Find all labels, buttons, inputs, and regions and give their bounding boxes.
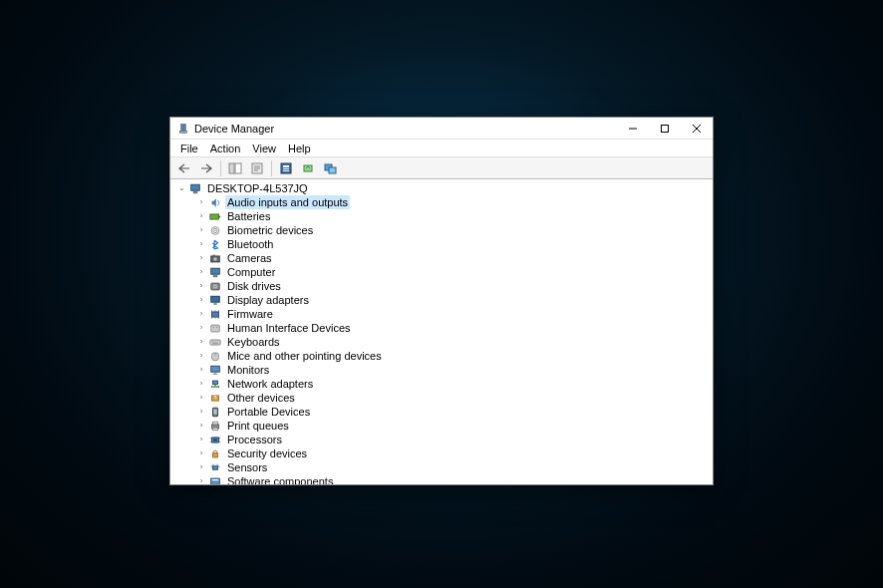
scan-hardware-button[interactable]: [320, 159, 340, 177]
software-icon: [208, 475, 222, 484]
expand-icon[interactable]: ›: [196, 295, 206, 305]
computer-icon: [208, 266, 222, 278]
back-button[interactable]: [174, 159, 194, 177]
menu-action[interactable]: Action: [204, 142, 247, 155]
tree-item-label: Keyboards: [225, 335, 282, 349]
tree-item-label: Portable Devices: [225, 405, 312, 419]
expand-icon[interactable]: ›: [196, 379, 206, 389]
tree-item-label: Mice and other pointing devices: [225, 349, 384, 363]
expand-icon[interactable]: ›: [196, 225, 206, 235]
svg-rect-7: [235, 163, 241, 173]
svg-rect-13: [283, 165, 289, 167]
tree-root-label: DESKTOP-4L537JQ: [205, 181, 310, 195]
tree-item[interactable]: ›Software components: [190, 474, 713, 484]
expand-icon[interactable]: ›: [196, 476, 206, 484]
expand-icon[interactable]: ›: [196, 267, 206, 277]
help-button[interactable]: [247, 159, 267, 177]
svg-rect-14: [283, 168, 289, 169]
expand-icon[interactable]: ›: [196, 309, 206, 319]
svg-rect-0: [181, 124, 186, 131]
tree-item-label: Human Interface Devices: [225, 321, 353, 335]
audio-icon: [208, 196, 222, 208]
tree-item-label: Other devices: [225, 391, 297, 405]
expand-icon[interactable]: ›: [196, 462, 206, 472]
tree-item[interactable]: ›Mice and other pointing devices: [190, 349, 713, 363]
expand-icon[interactable]: ›: [196, 407, 206, 417]
svg-rect-3: [662, 125, 669, 132]
tree-root-node[interactable]: ⌄ DESKTOP-4L537JQ: [176, 181, 713, 195]
tree-item[interactable]: ›Cameras: [190, 251, 713, 265]
expand-icon[interactable]: ›: [196, 253, 206, 263]
forward-button[interactable]: [196, 159, 216, 177]
device-tree[interactable]: ⌄ DESKTOP-4L537JQ ›Audio inputs and outp…: [170, 179, 713, 484]
menu-file[interactable]: File: [174, 142, 204, 155]
tree-item[interactable]: ›Other devices: [190, 391, 713, 405]
window-controls: [617, 118, 713, 139]
expand-icon[interactable]: ›: [196, 337, 206, 347]
monitor-icon: [208, 364, 222, 376]
app-icon: [176, 122, 190, 136]
minimize-button[interactable]: [617, 118, 649, 139]
tree-item[interactable]: ›Monitors: [190, 363, 713, 377]
tree-item[interactable]: ›Disk drives: [190, 279, 713, 293]
tree-item[interactable]: ›Keyboards: [190, 335, 713, 349]
mouse-icon: [208, 350, 222, 362]
tree-item[interactable]: ›Network adapters: [190, 377, 713, 391]
tree-item-label: Print queues: [225, 419, 291, 433]
printer-icon: [208, 420, 222, 432]
portable-icon: [208, 406, 222, 418]
device-manager-window: Device Manager File Action View Help: [169, 117, 714, 485]
tree-item[interactable]: ›Sensors: [190, 460, 713, 474]
toolbar-separator: [220, 160, 221, 176]
svg-rect-18: [329, 167, 336, 173]
computer-icon: [188, 182, 202, 194]
expand-icon[interactable]: ›: [196, 197, 206, 207]
expand-icon[interactable]: ›: [196, 365, 206, 375]
window-title: Device Manager: [194, 123, 617, 135]
expand-icon[interactable]: ›: [196, 393, 206, 403]
expand-icon[interactable]: ›: [196, 421, 206, 431]
tree-item[interactable]: ›Firmware: [190, 307, 713, 321]
biometric-icon: [208, 224, 222, 236]
expand-icon[interactable]: ›: [196, 448, 206, 458]
tree-item[interactable]: ›Bluetooth: [190, 237, 713, 251]
camera-icon: [208, 252, 222, 264]
tree-item[interactable]: ›Portable Devices: [190, 405, 713, 419]
bluetooth-icon: [208, 238, 222, 250]
properties-button[interactable]: [276, 159, 296, 177]
tree-item[interactable]: ›Processors: [190, 433, 713, 446]
tree-item[interactable]: ›Audio inputs and outputs: [190, 195, 713, 209]
tree-item[interactable]: ›Computer: [190, 265, 713, 279]
expand-icon[interactable]: ›: [196, 281, 206, 291]
update-driver-button[interactable]: [298, 159, 318, 177]
expand-icon[interactable]: ›: [196, 239, 206, 249]
collapse-icon[interactable]: ⌄: [176, 183, 186, 193]
menubar: File Action View Help: [170, 140, 713, 157]
tree-item-label: Sensors: [225, 460, 269, 474]
tree-item-label: Firmware: [225, 307, 275, 321]
network-icon: [208, 378, 222, 390]
expand-icon[interactable]: ›: [196, 351, 206, 361]
tree-item[interactable]: ›Batteries: [190, 209, 713, 223]
tree-item[interactable]: ›Display adapters: [190, 293, 713, 307]
toolbar: [170, 157, 713, 179]
menu-help[interactable]: Help: [282, 142, 317, 155]
tree-item-label: Processors: [225, 433, 284, 446]
maximize-button[interactable]: [649, 118, 681, 139]
tree-item-label: Computer: [225, 265, 277, 279]
expand-icon[interactable]: ›: [196, 211, 206, 221]
show-hide-console-button[interactable]: [225, 159, 245, 177]
firmware-icon: [208, 308, 222, 320]
tree-item[interactable]: ›Human Interface Devices: [190, 321, 713, 335]
svg-rect-1: [179, 131, 187, 133]
close-button[interactable]: [681, 118, 713, 139]
tree-item[interactable]: ›Security devices: [190, 446, 713, 460]
expand-icon[interactable]: ›: [196, 435, 206, 444]
toolbar-separator: [271, 160, 272, 176]
tree-item-label: Bluetooth: [225, 237, 275, 251]
expand-icon[interactable]: ›: [196, 323, 206, 333]
tree-item-label: Cameras: [225, 251, 274, 265]
menu-view[interactable]: View: [246, 142, 282, 155]
tree-item[interactable]: ›Biometric devices: [190, 223, 713, 237]
tree-item[interactable]: ›Print queues: [190, 419, 713, 433]
